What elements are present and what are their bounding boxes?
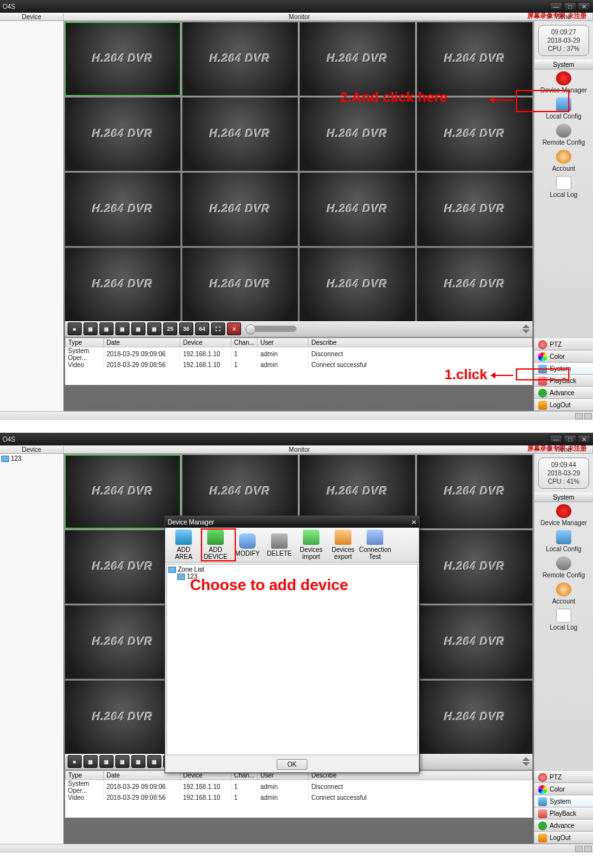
close-button[interactable]: ✕ xyxy=(578,435,590,444)
layout-64-button[interactable]: 64 xyxy=(195,322,209,335)
camera-cell[interactable]: H.264 DVR xyxy=(417,248,532,321)
playback-button[interactable]: PlayBack xyxy=(534,375,593,387)
tree-item[interactable]: 123 xyxy=(1,455,62,462)
devices-import-button[interactable]: Devices import xyxy=(295,530,327,560)
log-collapse-down[interactable] xyxy=(522,329,530,333)
dialog-close-button[interactable]: ✕ xyxy=(411,519,416,526)
minimize-button[interactable]: — xyxy=(550,435,562,444)
log-row[interactable]: System Oper...2018-03-29 09:09:06192.168… xyxy=(66,779,532,794)
layout-1-button[interactable]: ■ xyxy=(68,755,82,768)
camera-cell[interactable]: H.264 DVR xyxy=(182,248,298,321)
account-item[interactable]: Account xyxy=(534,148,593,174)
camera-cell[interactable]: H.264 DVR xyxy=(300,22,415,96)
connection-test-button[interactable]: Connection Test xyxy=(359,530,391,560)
camera-cell[interactable]: H.264 DVR xyxy=(417,22,532,96)
volume-slider[interactable] xyxy=(245,326,296,332)
minimize-button[interactable]: — xyxy=(550,2,562,11)
camera-cell[interactable]: H.264 DVR xyxy=(182,173,298,246)
local-log-item[interactable]: Local Log xyxy=(534,607,593,633)
camera-cell[interactable]: H.264 DVR xyxy=(65,98,180,171)
local-config-item[interactable]: Local Config xyxy=(534,528,593,554)
camera-cell[interactable]: H.264 DVR xyxy=(417,605,532,679)
camera-cell[interactable]: H.264 DVR xyxy=(300,173,415,246)
layout-4-button[interactable]: ▦ xyxy=(84,755,98,768)
camera-cell[interactable]: H.264 DVR xyxy=(300,248,415,321)
fullscreen-button[interactable]: ⛶ xyxy=(211,322,225,335)
color-button[interactable]: Color xyxy=(534,783,593,795)
color-button[interactable]: Color xyxy=(534,351,593,363)
log-row[interactable]: Video2018-03-29 09:08:56192.168.1.101adm… xyxy=(66,794,532,801)
layout-6-button[interactable]: ▦ xyxy=(99,322,113,335)
device-tree-panel xyxy=(0,21,64,411)
ptz-button[interactable]: PTZ xyxy=(534,338,593,351)
maximize-button[interactable]: □ xyxy=(564,435,576,444)
remote-config-item[interactable]: Remote Config xyxy=(534,122,593,148)
camera-cell-1[interactable]: H.264 DVR xyxy=(65,22,180,96)
zone-tree-item[interactable]: 123 xyxy=(168,573,416,580)
ptz-button[interactable]: PTZ xyxy=(534,771,593,783)
log-collapse-up[interactable] xyxy=(522,324,530,328)
log-col-desc[interactable]: Describe xyxy=(309,338,532,347)
camera-cell[interactable]: H.264 DVR xyxy=(417,455,532,528)
camera-cell[interactable]: H.264 DVR xyxy=(65,173,180,246)
camera-cell[interactable]: H.264 DVR xyxy=(417,681,532,754)
local-log-item[interactable]: Local Log xyxy=(534,174,593,200)
add-device-button[interactable]: ADD DEVICE xyxy=(200,530,231,560)
log-collapse-down[interactable] xyxy=(522,762,530,766)
log-row[interactable]: System Oper... 2018-03-29 09:09:06 192.1… xyxy=(66,347,532,361)
layout-4-button[interactable]: ▦ xyxy=(84,322,98,335)
log-row[interactable]: Video 2018-03-29 09:08:56 192.168.1.10 1… xyxy=(66,361,532,368)
camera-cell[interactable]: H.264 DVR xyxy=(417,530,532,604)
layout-8-button[interactable]: ▦ xyxy=(115,322,129,335)
layout-1-button[interactable]: ■ xyxy=(68,322,82,335)
document-icon xyxy=(556,609,571,623)
log-col-device[interactable]: Device xyxy=(180,338,231,347)
log-col-type[interactable]: Type xyxy=(66,338,104,347)
camera-cell[interactable]: H.264 DVR xyxy=(65,530,180,604)
layout-9-button[interactable]: ▦ xyxy=(131,755,145,768)
logout-button[interactable]: LogOut xyxy=(534,399,593,411)
remote-config-item[interactable]: Remote Config xyxy=(534,554,593,581)
log-col-user[interactable]: User xyxy=(258,338,309,347)
advance-button[interactable]: Advance xyxy=(534,820,593,832)
dialog-titlebar[interactable]: Device Manager ✕ xyxy=(165,516,419,528)
log-col-chan[interactable]: Chan... xyxy=(231,338,258,347)
layout-25-button[interactable]: 25 xyxy=(163,322,177,335)
playback-button[interactable]: PlayBack xyxy=(534,807,593,820)
camera-cell[interactable]: H.264 DVR xyxy=(182,22,298,96)
ok-button[interactable]: OK xyxy=(277,759,307,770)
system-button[interactable]: System xyxy=(534,363,593,375)
camera-cell[interactable]: H.264 DVR xyxy=(182,98,298,171)
devices-export-button[interactable]: Devices export xyxy=(327,530,359,560)
camera-cell-1[interactable]: H.264 DVR xyxy=(65,455,180,528)
layout-36-button[interactable]: 36 xyxy=(179,322,193,335)
camera-cell[interactable]: H.264 DVR xyxy=(417,173,532,246)
camera-cell[interactable]: H.264 DVR xyxy=(65,605,180,679)
gear-icon xyxy=(556,556,571,570)
system-button[interactable]: System xyxy=(534,795,593,807)
log-collapse-up[interactable] xyxy=(522,757,530,761)
device-manager-item[interactable]: Device Manager xyxy=(534,502,593,528)
layout-8-button[interactable]: ▦ xyxy=(115,755,129,768)
close-button[interactable]: ✕ xyxy=(578,2,590,11)
layout-16-button[interactable]: ▦ xyxy=(147,755,161,768)
modify-button[interactable]: MODIFY xyxy=(231,533,263,557)
layout-6-button[interactable]: ▦ xyxy=(99,755,113,768)
delete-button[interactable]: DELETE xyxy=(263,533,295,557)
log-col-date[interactable]: Date xyxy=(104,338,180,347)
camera-cell[interactable]: H.264 DVR xyxy=(65,681,180,754)
disconnect-all-button[interactable]: ✕ xyxy=(227,322,241,335)
camera-cell[interactable]: H.264 DVR xyxy=(300,98,415,171)
camera-cell[interactable]: H.264 DVR xyxy=(417,98,532,171)
logout-button[interactable]: LogOut xyxy=(534,832,593,844)
layout-16-button[interactable]: ▦ xyxy=(147,322,161,335)
local-config-item[interactable]: Local Config xyxy=(534,96,593,122)
add-area-button[interactable]: ADD AREA xyxy=(168,530,200,560)
maximize-button[interactable]: □ xyxy=(564,2,576,11)
device-manager-item[interactable]: Device Manager xyxy=(534,69,593,96)
camera-cell[interactable]: H.264 DVR xyxy=(65,248,180,321)
layout-9-button[interactable]: ▦ xyxy=(131,322,145,335)
zone-list-root[interactable]: Zone List xyxy=(168,566,416,573)
advance-button[interactable]: Advance xyxy=(534,387,593,399)
account-item[interactable]: Account xyxy=(534,581,593,607)
